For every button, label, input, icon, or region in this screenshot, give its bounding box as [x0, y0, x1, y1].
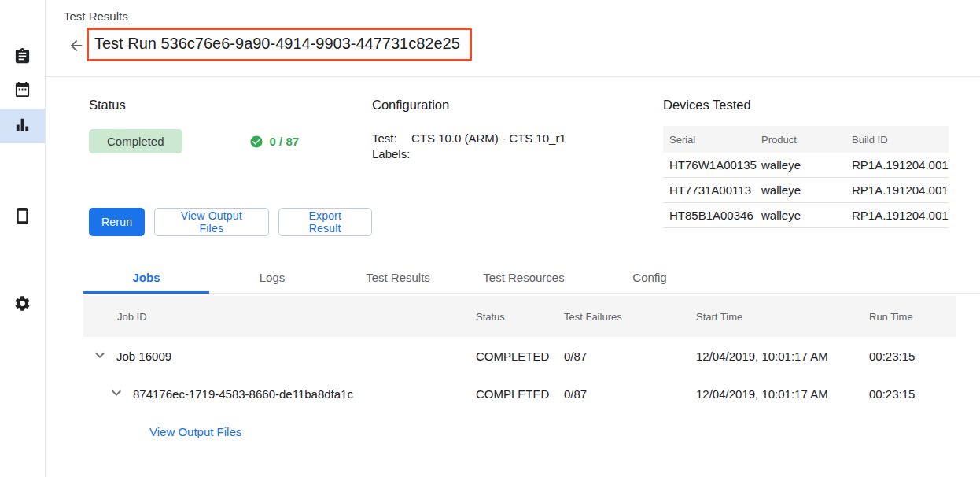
- device-serial: HT85B1A00346: [669, 209, 761, 222]
- devices-tested-section: Devices Tested Serial Product Build ID H…: [663, 77, 949, 236]
- sidebar-item-devices[interactable]: [0, 200, 45, 235]
- device-build-id: RP1A.191204.001: [852, 183, 949, 197]
- jobs-col-start-time: Start Time: [696, 311, 869, 323]
- devices-phone-icon: [13, 207, 31, 228]
- tab-config[interactable]: Config: [587, 261, 713, 293]
- device-serial: HT7731A00113: [669, 183, 761, 197]
- configuration-heading: Configuration: [372, 98, 663, 113]
- attempt-id: 874176ec-1719-4583-8660-de11ba8dfa1c: [133, 387, 353, 401]
- device-row: HT76W1A00135 walleye RP1A.191204.001: [663, 153, 949, 178]
- device-serial: HT76W1A00135: [669, 158, 761, 172]
- device-build-id: RP1A.191204.001: [852, 158, 949, 172]
- device-build-id: RP1A.191204.001: [852, 209, 949, 222]
- pass-count-label: 0 / 87: [270, 135, 300, 148]
- jobs-col-job-id: Job ID: [83, 311, 476, 323]
- config-test-value: CTS 10.0 (ARM) - CTS 10_r1: [411, 131, 566, 146]
- tab-logs[interactable]: Logs: [209, 261, 335, 293]
- device-product: walleye: [761, 209, 852, 222]
- jobs-col-status: Status: [476, 311, 564, 323]
- tab-test-results[interactable]: Test Results: [335, 261, 461, 293]
- devices-table-header: Serial Product Build ID: [663, 126, 949, 153]
- devices-col-serial: Serial: [669, 134, 761, 146]
- page-header: Test Results Test Run 536c76e6-9a90-4914…: [46, 0, 980, 77]
- sidebar-item-test-results[interactable]: [0, 109, 45, 143]
- view-output-files-button[interactable]: View Output Files: [154, 208, 268, 236]
- back-arrow-icon: [68, 45, 85, 57]
- config-test-label: Test:: [372, 131, 411, 146]
- job-status: COMPLETED: [476, 349, 564, 363]
- jobs-table-header: Job ID Status Test Failures Start Time R…: [83, 296, 956, 337]
- jobs-col-test-failures: Test Failures: [564, 311, 696, 323]
- job-start-time: 12/04/2019, 10:01:17 AM: [696, 349, 869, 363]
- status-heading: Status: [89, 98, 372, 113]
- rerun-button[interactable]: Rerun: [89, 208, 145, 236]
- settings-gear-icon: [13, 294, 31, 316]
- attempt-start-time: 12/04/2019, 10:01:17 AM: [696, 387, 869, 401]
- expand-job-button[interactable]: [90, 346, 109, 365]
- status-badge: Completed: [89, 129, 182, 153]
- status-section: Status Completed 0 / 87 Rerun View Outpu…: [89, 77, 372, 236]
- devices-col-build-id: Build ID: [852, 134, 949, 146]
- attempt-run-time: 00:23:15: [869, 387, 956, 401]
- devices-table: Serial Product Build ID HT76W1A00135 wal…: [663, 126, 949, 228]
- chevron-down-icon: [107, 383, 126, 405]
- view-output-files-link[interactable]: View Output Files: [149, 425, 241, 438]
- device-product: walleye: [761, 183, 852, 197]
- schedule-calendar-icon: [13, 80, 31, 102]
- tab-bar: Jobs Logs Test Results Test Resources Co…: [83, 261, 980, 294]
- breadcrumb: Test Results: [64, 9, 128, 23]
- export-result-button[interactable]: Export Result: [278, 208, 373, 236]
- devices-tested-heading: Devices Tested: [663, 98, 949, 113]
- jobs-col-run-time: Run Time: [869, 311, 956, 323]
- test-results-chart-icon: [13, 116, 31, 137]
- tab-jobs[interactable]: Jobs: [83, 261, 209, 293]
- sidebar: [0, 0, 46, 477]
- jobs-table: Job ID Status Test Failures Start Time R…: [83, 296, 956, 450]
- tab-test-resources[interactable]: Test Resources: [461, 261, 587, 293]
- device-row: HT7731A00113 walleye RP1A.191204.001: [663, 178, 949, 203]
- devices-col-product: Product: [761, 134, 852, 146]
- configuration-section: Configuration Test: CTS 10.0 (ARM) - CTS…: [372, 77, 663, 236]
- sidebar-item-tests[interactable]: [0, 40, 45, 75]
- tests-clipboard-icon: [13, 47, 31, 68]
- job-id: Job 16009: [116, 349, 171, 363]
- attempt-status: COMPLETED: [476, 387, 564, 401]
- device-row: HT85B1A00346 walleye RP1A.191204.001: [663, 203, 949, 228]
- expand-attempt-button[interactable]: [107, 384, 126, 403]
- pass-count: 0 / 87: [249, 135, 300, 149]
- device-product: walleye: [761, 158, 852, 172]
- check-circle-icon: [249, 135, 263, 149]
- page-title: Test Run 536c76e6-9a90-4914-9903-447731c…: [94, 35, 460, 53]
- sidebar-item-schedule[interactable]: [0, 73, 45, 108]
- back-button[interactable]: [68, 37, 85, 54]
- job-run-time: 00:23:15: [869, 349, 956, 363]
- chevron-down-icon: [90, 346, 109, 367]
- job-attempt-row: 874176ec-1719-4583-8660-de11ba8dfa1c COM…: [83, 375, 956, 412]
- attempt-test-failures: 0/87: [564, 387, 696, 401]
- job-test-failures: 0/87: [564, 349, 696, 363]
- job-row: Job 16009 COMPLETED 0/87 12/04/2019, 10:…: [83, 337, 956, 375]
- sidebar-item-settings[interactable]: [0, 287, 45, 322]
- config-labels-label: Labels:: [372, 146, 411, 162]
